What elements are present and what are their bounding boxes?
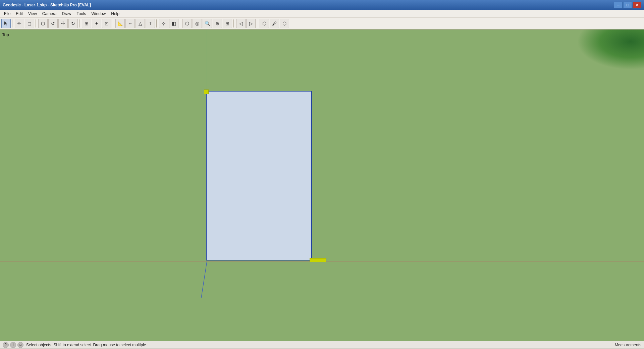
app-title: Geodesic - Laser-1.skp - SketchUp Pro [E…: [3, 3, 91, 7]
toolbar-walk-button[interactable]: ⬡: [182, 19, 192, 28]
sep3: [79, 19, 80, 27]
instructor-icon[interactable]: ☺: [17, 342, 23, 348]
status-icons: ? i ☺: [3, 342, 23, 348]
sep6: [180, 19, 181, 27]
status-text: Select objects. Shift to extend select. …: [26, 343, 615, 347]
close-button[interactable]: ✕: [633, 2, 641, 8]
endpoint-bottom-right: [310, 258, 326, 262]
toolbar-pencil-button[interactable]: ✏: [15, 19, 24, 28]
menu-bar: FileEditViewCameraDrawToolsWindowHelp: [0, 10, 644, 17]
toolbar-zoom-window-button[interactable]: ⊞: [223, 19, 232, 28]
status-bar: ? i ☺ Select objects. Shift to extend se…: [0, 341, 644, 348]
measurements-label: Measurements: [615, 343, 641, 347]
help-icon[interactable]: ?: [3, 342, 9, 348]
toolbar-tape-measure-button[interactable]: 📐: [115, 19, 125, 28]
toolbar-section-button[interactable]: ◧: [169, 19, 178, 28]
sep8: [257, 19, 258, 27]
menu-item-tools[interactable]: Tools: [74, 11, 89, 17]
measurements-area: Measurements: [615, 343, 641, 347]
view-label: Top: [2, 32, 9, 37]
toolbar-push-pull-button[interactable]: ⬡: [38, 19, 48, 28]
drawing-rectangle: [206, 91, 312, 260]
info-icon[interactable]: i: [10, 342, 16, 348]
toolbar-text-button[interactable]: T: [146, 19, 155, 28]
bg-decoration: [577, 30, 644, 70]
toolbar-layer-button[interactable]: ⬡: [280, 19, 289, 28]
svg-marker-0: [4, 21, 7, 25]
menu-item-edit[interactable]: Edit: [13, 11, 25, 17]
toolbar-dimensions-button[interactable]: ↔: [125, 19, 135, 28]
toolbar: ✏◻⬡↺☩↻⊞✦⊡📐↔△T⊹◧⬡◎🔍⊕⊞◁▷⬡🖌⬡: [0, 17, 644, 30]
toolbar-move-button[interactable]: ✦: [92, 19, 101, 28]
toolbar-offset-button[interactable]: ⊡: [102, 19, 111, 28]
toolbar-look-around-button[interactable]: ◎: [193, 19, 202, 28]
toolbar-rotate-button[interactable]: ↻: [68, 19, 78, 28]
toolbar-pan-button[interactable]: ☩: [58, 19, 68, 28]
minimize-button[interactable]: ─: [614, 2, 623, 8]
toolbar-select-button[interactable]: [1, 19, 11, 28]
sep2: [36, 19, 37, 27]
toolbar-previous-view-button[interactable]: ◁: [236, 19, 246, 28]
toolbar-orbit-button[interactable]: ↺: [48, 19, 58, 28]
toolbar-styles-button[interactable]: ⬡: [260, 19, 269, 28]
sep4: [113, 19, 114, 27]
menu-item-draw[interactable]: Draw: [59, 11, 74, 17]
toolbar-zoom-button[interactable]: 🔍: [203, 19, 212, 28]
toolbar-scale-button[interactable]: ⊞: [82, 19, 91, 28]
menu-item-window[interactable]: Window: [89, 11, 109, 17]
toolbar-protractor-button[interactable]: △: [136, 19, 145, 28]
maximize-button[interactable]: □: [623, 2, 632, 8]
toolbar-axes-button[interactable]: ⊹: [159, 19, 168, 28]
sep5: [156, 19, 158, 27]
menu-item-camera[interactable]: Camera: [40, 11, 59, 17]
menu-item-file[interactable]: File: [1, 11, 13, 17]
title-bar: Geodesic - Laser-1.skp - SketchUp Pro [E…: [0, 0, 644, 10]
toolbar-eraser-button[interactable]: ◻: [25, 19, 34, 28]
toolbar-sep-1: [12, 19, 13, 27]
title-bar-title: Geodesic - Laser-1.skp - SketchUp Pro [E…: [3, 3, 91, 7]
canvas-area[interactable]: Top ? i ☺ Select objects. Shift to exten…: [0, 30, 644, 348]
canvas-svg: [0, 30, 644, 348]
menu-item-view[interactable]: View: [25, 11, 40, 17]
toolbar-paint-button[interactable]: 🖌: [270, 19, 279, 28]
toolbar-next-view-button[interactable]: ▷: [246, 19, 256, 28]
toolbar-zoom-extents-button[interactable]: ⊕: [213, 19, 222, 28]
svg-line-3: [201, 261, 207, 298]
title-bar-controls: ─ □ ✕: [614, 2, 641, 8]
sep7: [233, 19, 235, 27]
menu-item-help[interactable]: Help: [108, 11, 122, 17]
endpoint-top-left: [204, 90, 209, 94]
